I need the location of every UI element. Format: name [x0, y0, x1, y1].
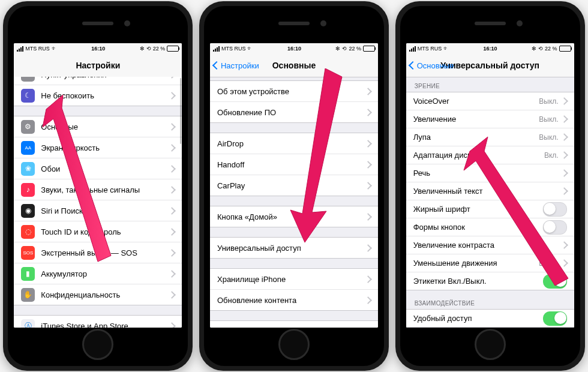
settings-row[interactable]: ▮Аккумулятор [14, 263, 182, 284]
row-icon: ❀ [21, 162, 35, 176]
chevron-right-icon [560, 97, 568, 105]
row-label: Не беспокоить [41, 91, 169, 100]
battery-pct: 22 % [545, 46, 557, 52]
settings-row[interactable]: Речь [406, 164, 574, 182]
bluetooth-icon: ✻ [532, 46, 536, 52]
row-label: Уменьшение движения [413, 259, 539, 268]
chevron-right-icon [364, 161, 372, 169]
settings-row[interactable]: ЛупаВыкл. [406, 128, 574, 146]
back-button[interactable]: Настройки [214, 61, 259, 70]
settings-row[interactable]: SOSЭкстренный вызов — SOS [14, 242, 182, 263]
toggle-switch[interactable] [543, 274, 567, 289]
screen-3: MTS RUS ᯤ 16:10 ✻ ⟲ 22 % Основные Универ… [406, 43, 574, 328]
signal-icon [213, 46, 220, 52]
back-button[interactable]: Основные [410, 61, 454, 70]
settings-row[interactable]: Увеличенный текст [406, 182, 574, 200]
carrier-label: MTS RUS [418, 46, 442, 52]
row-label: Конфиденциальность [41, 290, 169, 299]
chevron-right-icon [168, 207, 176, 215]
settings-row[interactable]: Увеличение контраста [406, 236, 574, 254]
phone-general: MTS RUS ᯤ 16:10 ✻ ⟲ 22 % Настройки Основ… [199, 1, 389, 371]
settings-row[interactable]: Обновление контента [210, 290, 378, 310]
row-detail: Выкл. [539, 259, 558, 268]
cell-group: ⒶiTunes Store и App Store▭Wallet и Apple… [14, 315, 182, 328]
row-icon: ◌ [21, 225, 35, 239]
settings-list[interactable]: ☰Пункт управления☾Не беспокоить⚙Основные… [14, 77, 182, 328]
row-label: Основные [41, 122, 169, 131]
settings-row[interactable]: Адаптация дисплеяВкл. [406, 146, 574, 164]
row-label: Лупа [413, 133, 539, 142]
chevron-right-icon [560, 241, 568, 249]
settings-row[interactable]: Хранилище iPhone [210, 269, 378, 290]
settings-row[interactable]: Универсальный доступ [210, 238, 378, 258]
status-bar: MTS RUS ᯤ 16:10 ✻ ⟲ 22 % [406, 43, 574, 54]
chevron-right-icon [168, 123, 176, 131]
chevron-right-icon [364, 244, 372, 252]
wifi-icon: ᯤ [247, 46, 253, 52]
chevron-right-icon [168, 270, 176, 278]
row-icon: ⚙ [21, 120, 35, 134]
settings-row[interactable]: ⚙Основные [14, 116, 182, 137]
row-label: Хранилище iPhone [217, 275, 365, 284]
toggle-switch[interactable] [543, 311, 567, 326]
settings-row[interactable]: ОграниченияВкл. [210, 321, 378, 328]
settings-row[interactable]: VoiceOverВыкл. [406, 92, 574, 110]
bluetooth-icon: ✻ [140, 46, 145, 52]
home-button[interactable] [82, 329, 113, 360]
chevron-right-icon [168, 291, 176, 299]
accessibility-list[interactable]: ЗРЕНИЕVoiceOverВыкл.УвеличениеВыкл.ЛупаВ… [406, 77, 574, 328]
chevron-right-icon [560, 169, 568, 177]
settings-row[interactable]: Удобный доступ [406, 310, 574, 327]
settings-row[interactable]: Об этом устройстве [210, 81, 378, 102]
home-button[interactable] [475, 329, 506, 360]
row-icon: Ⓐ [21, 319, 35, 328]
row-label: Siri и Поиск [41, 206, 169, 215]
settings-row[interactable]: ◉Siri и Поиск [14, 200, 182, 221]
settings-row[interactable]: Этикетки Вкл./Выкл. [406, 272, 574, 290]
cell-group: AirDropHandoffCarPlay [210, 133, 378, 196]
chevron-right-icon [168, 228, 176, 236]
settings-row[interactable]: ◌Touch ID и код-пароль [14, 221, 182, 242]
chevron-right-icon [560, 187, 568, 195]
settings-row[interactable]: ⒶiTunes Store и App Store [14, 316, 182, 328]
settings-row[interactable]: Жирный шрифт [406, 200, 574, 218]
row-icon: ▮ [21, 267, 35, 281]
toggle-switch[interactable] [543, 202, 567, 217]
settings-row[interactable]: AirDrop [210, 133, 378, 154]
nav-bar: Настройки [14, 54, 182, 77]
row-label: CarPlay [217, 181, 365, 190]
row-label: Универсальный доступ [217, 244, 365, 253]
chevron-right-icon [364, 140, 372, 148]
toggle-switch[interactable] [543, 220, 567, 235]
settings-row[interactable]: ☾Не беспокоить [14, 85, 182, 106]
settings-row[interactable]: ♪Звуки, тактильные сигналы [14, 179, 182, 200]
settings-row[interactable]: ✋Конфиденциальность [14, 284, 182, 305]
signal-icon [17, 46, 23, 52]
settings-row[interactable]: Обновление ПО [210, 102, 378, 122]
front-camera [124, 20, 130, 26]
settings-row[interactable]: AAЭкран и яркость [14, 137, 182, 158]
settings-row[interactable]: Кнопка «Домой» [210, 206, 378, 227]
settings-row[interactable]: Handoff [210, 154, 378, 175]
speaker-slot [278, 22, 310, 25]
battery-icon [559, 46, 571, 52]
home-button[interactable] [278, 329, 310, 360]
row-detail: Выкл. [539, 97, 558, 106]
settings-row[interactable]: УвеличениеВыкл. [406, 110, 574, 128]
row-icon: ☾ [21, 89, 35, 103]
row-label: Адаптация дисплея [413, 151, 544, 160]
settings-row[interactable]: ❀Обои [14, 158, 182, 179]
settings-row[interactable]: CarPlay [210, 175, 378, 196]
row-label: Touch ID и код-пароль [41, 227, 169, 236]
settings-row[interactable]: ☰Пункт управления [14, 77, 182, 85]
settings-row[interactable]: Формы кнопок [406, 218, 574, 236]
row-label: Увеличение контраста [413, 241, 562, 250]
cell-group: Кнопка «Домой» [210, 206, 378, 227]
general-list[interactable]: Об этом устройствеОбновление ПОAirDropHa… [210, 77, 378, 328]
carrier-label: MTS RUS [25, 46, 50, 52]
chevron-right-icon [364, 275, 372, 283]
bluetooth-icon: ✻ [335, 46, 340, 52]
screen-2: MTS RUS ᯤ 16:10 ✻ ⟲ 22 % Настройки Основ… [210, 43, 378, 328]
row-icon: ♪ [21, 183, 35, 197]
settings-row[interactable]: Уменьшение движенияВыкл. [406, 254, 574, 272]
